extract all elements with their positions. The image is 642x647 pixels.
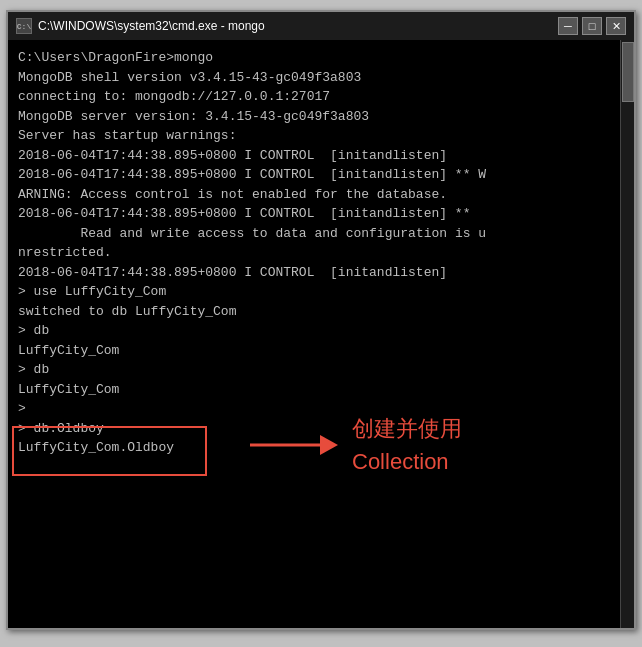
annotation-text: 创建并使用 Collection [352,412,462,478]
annotation-line1: 创建并使用 [352,412,462,445]
window-controls: ─ □ ✕ [558,17,626,35]
scrollbar-thumb[interactable] [622,42,634,102]
window-title: C:\WINDOWS\system32\cmd.exe - mongo [38,19,558,33]
annotation-line2: Collection [352,445,462,478]
svg-marker-1 [320,435,338,455]
terminal-body[interactable]: C:\Users\DragonFire>mongo MongoDB shell … [8,40,634,628]
terminal-output: C:\Users\DragonFire>mongo MongoDB shell … [18,48,624,458]
close-button[interactable]: ✕ [606,17,626,35]
arrow-container [248,425,338,465]
annotation-area: 创建并使用 Collection [248,412,462,478]
scrollbar[interactable] [620,40,634,628]
arrow-icon [248,425,338,465]
maximize-button[interactable]: □ [582,17,602,35]
cmd-window: C:\ C:\WINDOWS\system32\cmd.exe - mongo … [6,10,636,630]
minimize-button[interactable]: ─ [558,17,578,35]
title-bar: C:\ C:\WINDOWS\system32\cmd.exe - mongo … [8,12,634,40]
window-icon: C:\ [16,18,32,34]
